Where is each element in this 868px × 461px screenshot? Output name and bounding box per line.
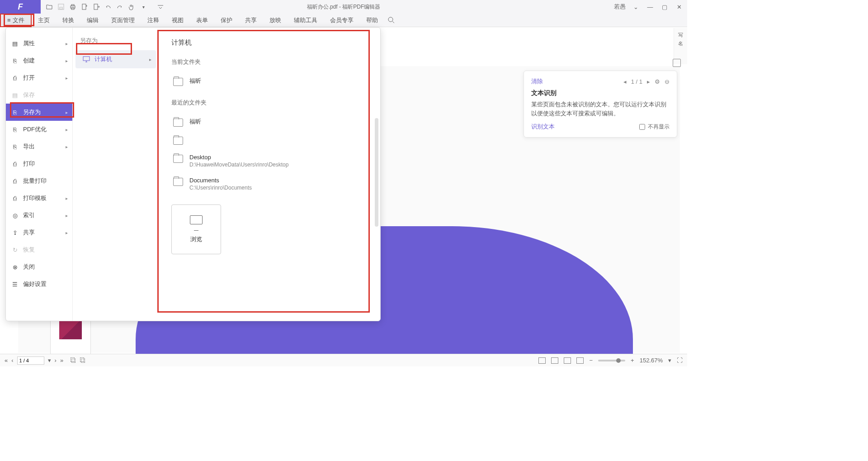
scrollbar[interactable]	[375, 118, 378, 227]
recent-folder-item[interactable]: DesktopD:\HuaweiMoveData\Users\rinro\Des…	[171, 149, 368, 172]
file-menu-item-9[interactable]: ⎙打印模板▸	[6, 190, 72, 207]
menu-item[interactable]: 共享	[239, 14, 263, 27]
folder-icon	[173, 155, 183, 163]
file-menu-item-7[interactable]: ⎙打印	[6, 155, 72, 172]
menu-item[interactable]: 转换	[56, 14, 80, 27]
statusbar: « ‹ ▾ › » ⿻ ⿻ − + 152.67% ▾ ⛶	[0, 354, 687, 366]
file-menu-item-4[interactable]: ⎘另存为▸	[6, 104, 72, 121]
file-tab[interactable]: ≡ 文件	[0, 14, 32, 27]
menu-item-icon: ◎	[11, 212, 19, 219]
folder-icon	[173, 137, 183, 145]
menu-item-icon: ⎘	[11, 143, 19, 150]
next-page-icon[interactable]: ›	[55, 357, 57, 364]
ocr-recognize-link[interactable]: 识别文本	[531, 123, 555, 131]
view-facing-continuous-icon[interactable]	[576, 357, 584, 364]
undo-icon[interactable]	[104, 3, 112, 11]
ocr-clear-link[interactable]: 清除	[531, 77, 543, 86]
menu-item-icon: ☰	[11, 280, 19, 288]
search-icon[interactable]	[387, 16, 396, 25]
ocr-page-indicator: 1 / 1	[631, 78, 642, 85]
menu-item[interactable]: 主页	[32, 14, 56, 27]
redo-icon[interactable]	[116, 3, 124, 11]
menu-item[interactable]: 放映	[263, 14, 288, 27]
zoom-dropdown-icon[interactable]: ▾	[668, 357, 671, 364]
recent-folder-item[interactable]: DocumentsC:\Users\rinro\Documents	[171, 172, 368, 195]
gear-icon[interactable]: ⚙	[655, 78, 660, 85]
print-icon[interactable]	[69, 3, 77, 11]
copy-view2-icon[interactable]: ⿻	[80, 357, 86, 364]
page-input[interactable]	[17, 356, 44, 365]
recent-folder-item[interactable]: 福昕	[171, 113, 368, 131]
saveas-computer[interactable]: 计算机 ▸	[75, 50, 156, 68]
window-controls: 若愚 ⌄ — ▢ ✕	[614, 2, 684, 11]
menu-item[interactable]: 保护	[214, 14, 239, 27]
file-menu-item-11[interactable]: ⇪共享▸	[6, 224, 72, 241]
file-menu-secondary: 另存为 计算机 ▸	[73, 28, 159, 321]
save-icon[interactable]	[57, 3, 65, 11]
file-menu-item-1[interactable]: ⎘创建▸	[6, 52, 72, 69]
zoom-out-icon[interactable]: −	[589, 357, 593, 364]
current-folder-label: 当前文件夹	[171, 58, 368, 66]
view-single-icon[interactable]	[538, 357, 546, 364]
fullscreen-icon[interactable]: ⛶	[677, 357, 683, 364]
view-facing-icon[interactable]	[564, 357, 571, 364]
ocr-panel: 清除 ◂ 1 / 1 ▸ ⚙ ⊖ 文本识别 某些页面包含未被识别的文本。您可以运…	[524, 71, 677, 138]
ocr-title: 文本识别	[531, 89, 670, 97]
current-folder-item[interactable]: 福昕	[171, 72, 368, 90]
menu-item[interactable]: 编辑	[80, 14, 105, 27]
browse-button[interactable]: 浏览	[171, 204, 221, 254]
menu-item-icon: ⎘	[11, 126, 19, 133]
prev-icon[interactable]: ◂	[623, 78, 627, 85]
minimize-button[interactable]: —	[646, 2, 655, 11]
hamburger-icon: ≡	[7, 17, 11, 24]
file-menu-item-0[interactable]: ▤属性▸	[6, 35, 72, 52]
zoom-value: 152.67%	[640, 357, 663, 364]
menu-item[interactable]: 会员专享	[324, 14, 360, 27]
file-export-icon[interactable]	[92, 3, 100, 11]
open-icon[interactable]	[45, 3, 53, 11]
close-button[interactable]: ✕	[675, 2, 684, 11]
recent-folder-item[interactable]	[171, 131, 368, 149]
chevron-right-icon: ▸	[66, 41, 68, 46]
copy-view-icon[interactable]: ⿻	[71, 357, 76, 364]
file-menu-item-5[interactable]: ⎘PDF优化▸	[6, 121, 72, 138]
hand-icon[interactable]	[127, 3, 136, 11]
last-page-icon[interactable]: »	[60, 357, 63, 364]
file-menu-item-8[interactable]: ⎙批量打印	[6, 172, 72, 190]
maximize-button[interactable]: ▢	[660, 2, 669, 11]
svg-rect-5	[82, 4, 86, 10]
zoom-in-icon[interactable]: +	[631, 357, 634, 364]
sidebar-collapse-icon[interactable]	[673, 59, 681, 67]
saveas-section-title: 另存为	[73, 37, 159, 50]
window-title: 福昕办公.pdf - 福昕PDF编辑器	[307, 3, 381, 11]
svg-rect-6	[94, 4, 98, 10]
menu-item-icon: ⎙	[11, 74, 19, 81]
ocr-dont-show[interactable]: 不再显示	[639, 123, 670, 131]
menu-item[interactable]: 页面管理	[105, 14, 141, 27]
dropdown-icon[interactable]: ▾	[139, 3, 147, 11]
ocr-dont-checkbox[interactable]	[639, 124, 645, 130]
quick-access-toolbar: ▾	[41, 3, 169, 11]
menu-item[interactable]: 辅助工具	[288, 14, 324, 27]
menu-item[interactable]: 表单	[190, 14, 214, 27]
file-menu-item-6[interactable]: ⎘导出▸	[6, 138, 72, 155]
minimize-panel-icon[interactable]: ⊖	[665, 78, 670, 85]
file-menu-item-2[interactable]: ⎙打开▸	[6, 69, 72, 86]
file-menu-item-14[interactable]: ☰偏好设置	[6, 276, 72, 293]
file-menu-item-13[interactable]: ⊗关闭	[6, 258, 72, 276]
menu-item[interactable]: 注释	[141, 14, 165, 27]
zoom-slider[interactable]	[598, 360, 625, 361]
file-menu-item-10[interactable]: ◎索引▸	[6, 207, 72, 224]
menu-item[interactable]: 视图	[165, 14, 190, 27]
prev-page-icon[interactable]: ‹	[11, 357, 13, 364]
file-plus-icon[interactable]	[80, 3, 89, 11]
user-name[interactable]: 若愚	[614, 3, 626, 11]
first-page-icon[interactable]: «	[5, 357, 8, 364]
user-dropdown-icon[interactable]: ⌄	[631, 2, 640, 11]
view-continuous-icon[interactable]	[551, 357, 558, 364]
collapse-icon[interactable]	[156, 3, 165, 11]
next-icon[interactable]: ▸	[647, 78, 650, 85]
page-dropdown-icon[interactable]: ▾	[48, 357, 51, 364]
menu-item-icon: ▤	[11, 40, 19, 47]
menu-item[interactable]: 帮助	[360, 14, 384, 27]
